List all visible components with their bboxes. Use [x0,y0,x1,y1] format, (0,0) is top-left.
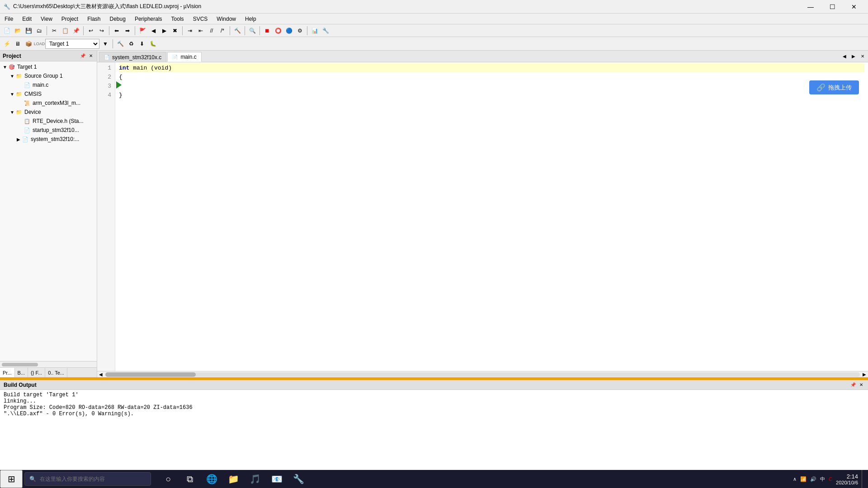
stop-button[interactable]: ⏹ [262,26,272,36]
build-target-button[interactable]: 🔨 [115,39,125,49]
debug-button[interactable]: 🔵 [284,26,294,36]
menu-item-view[interactable]: View [36,14,57,24]
nav-back-button[interactable]: ⬅ [112,26,122,36]
maximize-button[interactable]: ☐ [822,0,843,14]
project-hscroll[interactable] [0,361,97,367]
taskbar-app-chrome[interactable]: 🌐 [202,470,222,488]
minimize-button[interactable]: — [800,0,821,14]
menu-item-debug[interactable]: Debug [105,14,130,24]
view-config-button[interactable]: 📊 [310,26,320,36]
load-button[interactable]: LOAD [34,39,44,49]
hscroll-left-button[interactable]: ◀ [97,371,104,378]
tree-item-rte-device[interactable]: 📋 RTE_Device.h (Sta... [0,117,97,126]
code-lines[interactable]: int main (void) { } [115,62,868,371]
taskbar-time[interactable]: 2:14 2020/10/6 [836,473,858,485]
taskbar-app-taskview[interactable]: ⧉ [180,470,200,488]
redo-button[interactable]: ↪ [97,26,107,36]
tree-item-device[interactable]: ▼ 📁 Device [0,108,97,117]
project-tab-project[interactable]: Pr... [0,368,15,378]
flash-download-button[interactable]: ⬇ [137,39,147,49]
toolbar-separator7 [245,26,245,35]
bookmark-button[interactable]: 🚩 [137,26,147,36]
upload-button[interactable]: 🔗 拖拽上传 [809,80,859,94]
taskbar-search-bar[interactable]: 🔍 [24,472,151,486]
settings-button[interactable]: ⚙ [295,26,305,36]
undo-button[interactable]: ↩ [86,26,96,36]
tree-item-cmsis[interactable]: ▼ 📁 CMSIS [0,89,97,99]
rebuild-button[interactable]: ♻ [126,39,136,49]
open-file-button[interactable]: 📂 [13,26,23,36]
editor-tab-system[interactable]: 📄 system_stm32f10x.c [99,52,166,62]
menu-item-svcs[interactable]: SVCS [189,14,212,24]
bookmark-prev-button[interactable]: ◀ [148,26,158,36]
menu-item-tools[interactable]: Tools [167,14,189,24]
project-env-button[interactable]: ⚡ [2,39,12,49]
project-tab-templates[interactable]: 0.. Te... [45,368,67,378]
menu-item-window[interactable]: Window [212,14,241,24]
hscroll-track[interactable] [105,372,860,377]
tools-button[interactable]: 🔧 [321,26,330,36]
tray-icon-up[interactable]: ∧ [793,476,797,482]
outdent-button[interactable]: ⇤ [196,26,206,36]
find-button[interactable]: 🔍 [247,26,257,36]
build-output-content: Build target 'Target 1' linking... Progr… [0,390,868,473]
uncomment-button[interactable]: /* [217,26,227,36]
taskbar-app-cortana[interactable]: ○ [158,470,178,488]
taskbar-search-input[interactable] [40,476,146,482]
tray-icon-ime[interactable]: 中 [820,476,825,483]
tree-item-startup[interactable]: 📄 startup_stm32f10... [0,126,97,135]
start-button[interactable]: ⊞ [0,470,23,488]
code-editor[interactable]: 1 2 3 4 int main (void) { [97,62,868,371]
menu-item-file[interactable]: File [0,14,18,24]
nav-forward-button[interactable]: ➡ [123,26,132,36]
save-all-button[interactable]: 🗂 [34,26,44,36]
tab-next-button[interactable]: ▶ [850,52,857,60]
menu-item-help[interactable]: Help [241,14,261,24]
editor-tab-main[interactable]: 📄 main.c [167,52,201,62]
menu-item-project[interactable]: Project [57,14,83,24]
taskbar-app-email[interactable]: 📧 [267,470,287,488]
hscroll-right-button[interactable]: ▶ [861,371,868,378]
tree-item-target1[interactable]: ▼ 🎯 Target 1 [0,62,97,71]
taskbar-app-explorer[interactable]: 📁 [223,470,243,488]
tree-item-arm-cortex[interactable]: 📜 arm_cortexM3l_m... [0,99,97,108]
taskbar-app-music[interactable]: 🎵 [245,470,265,488]
project-tab-functions[interactable]: {} F... [28,368,45,378]
menu-item-peripherals[interactable]: Peripherals [130,14,167,24]
build-button[interactable]: 🔨 [232,26,242,36]
tree-item-source-group1[interactable]: ▼ 📁 Source Group 1 [0,71,97,80]
paste-button[interactable]: 📌 [71,26,81,36]
new-file-button[interactable]: 📄 [2,26,12,36]
project-tab-books[interactable]: B... [15,368,28,378]
target-select[interactable]: Target 1 [45,39,99,49]
editor-hscroll[interactable]: ◀ ▶ [97,371,868,377]
cut-button[interactable]: ✂ [49,26,59,36]
build-output-pin-button[interactable]: 📌 [850,382,856,388]
tray-icon-volume[interactable]: 🔊 [810,476,816,482]
menu-item-flash[interactable]: Flash [83,14,105,24]
run-button[interactable]: ⭕ [273,26,283,36]
comment-button[interactable]: // [207,26,217,36]
project-pin-button[interactable]: 📌 [80,53,86,59]
indent-button[interactable]: ⇥ [185,26,195,36]
tray-icon-network[interactable]: 📶 [800,476,807,482]
build-output-close-button[interactable]: ✕ [858,382,864,388]
show-desktop-button[interactable] [862,470,864,488]
project-tree: ▼ 🎯 Target 1 ▼ 📁 Source Group 1 📄 main.c… [0,61,97,361]
target-options-button[interactable]: ▼ [100,39,110,49]
debug-start-button[interactable]: 🐛 [148,39,158,49]
bookmark-clear-button[interactable]: ✖ [170,26,180,36]
menu-item-edit[interactable]: Edit [18,14,36,24]
chip-button[interactable]: 🖥 [13,39,23,49]
project-close-button[interactable]: ✕ [88,53,94,59]
tree-item-main-c[interactable]: 📄 main.c [0,80,97,89]
bookmark-next-button[interactable]: ▶ [159,26,169,36]
copy-button[interactable]: 📋 [60,26,70,36]
tab-prev-button[interactable]: ◀ [841,52,848,60]
close-button[interactable]: ✕ [844,0,864,14]
tab-close-button[interactable]: ✕ [859,52,866,60]
tree-item-system[interactable]: ▶ 📄 system_stm32f10:... [0,135,97,144]
taskbar-app-uvision[interactable]: 🔧 [288,470,308,488]
save-button[interactable]: 💾 [24,26,33,36]
manage-button[interactable]: 📦 [24,39,33,49]
